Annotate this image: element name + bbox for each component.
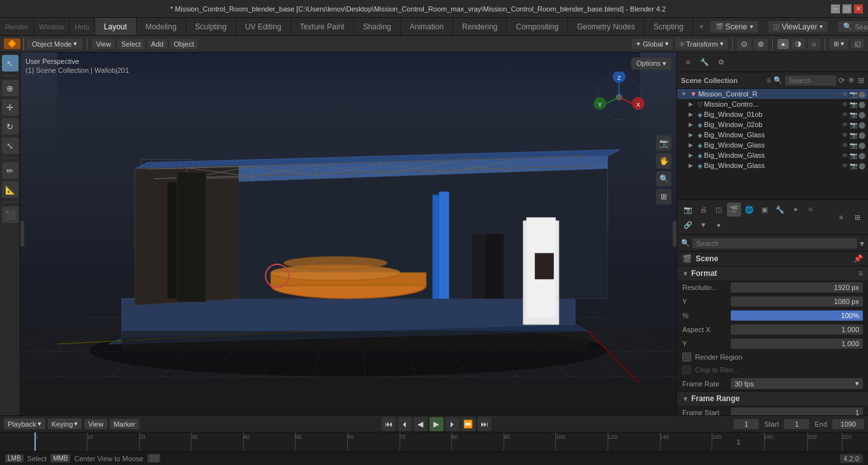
right-n-panel-toggle[interactable] [673, 221, 677, 247]
timeline-view-btn[interactable]: View [84, 419, 107, 429]
pp-tab-render[interactable]: 📷 [681, 202, 695, 217]
pp-crop-checkbox[interactable] [682, 365, 691, 374]
pp-icon-btn-1[interactable]: ≡ [834, 210, 848, 224]
outliner-render-scene[interactable]: ⬤ [858, 91, 865, 98]
tab-animation[interactable]: Animation [401, 18, 453, 35]
outliner-cam-2[interactable]: 📷 [849, 111, 857, 118]
playback-menu-btn[interactable]: Playback ▾ [4, 418, 45, 429]
add-cube-btn[interactable]: ⬛ [2, 206, 19, 223]
proportional-btn[interactable]: ⊚ [754, 38, 768, 50]
pp-tab-scene[interactable]: 🎬 [727, 202, 741, 217]
move-tool-btn[interactable]: ✛ [2, 99, 19, 116]
play-btn[interactable]: ▶ [430, 417, 444, 431]
hand-tool-btn[interactable]: 🖐 [656, 153, 671, 169]
viewlayer-selector[interactable]: ◫ ViewLayer ▾ [768, 21, 828, 33]
viewport-shading-render[interactable]: ○ [808, 39, 820, 49]
outliner-eye-scene[interactable]: 👁 [842, 91, 848, 98]
pp-pin-btn[interactable]: 📌 [853, 254, 863, 263]
tab-window-menu[interactable]: Window [34, 18, 70, 35]
outliner-cam-5[interactable]: 📷 [849, 142, 857, 149]
outliner-cam-6[interactable]: 📷 [849, 152, 857, 159]
pp-framerate-dropdown[interactable]: 30 fps ▾ [731, 378, 863, 389]
outliner-eye-6[interactable]: 👁 [842, 152, 848, 159]
outliner-render-1[interactable]: ⬤ [858, 101, 865, 108]
global-search[interactable]: 🔍 Search [838, 21, 868, 32]
view-menu-btn[interactable]: View [92, 39, 115, 49]
annotate-tool-btn[interactable]: ✏ [2, 162, 19, 179]
transform-selector[interactable]: ⊹ Transform ▾ [675, 38, 728, 49]
step-fwd-btn[interactable]: ⏵ [445, 417, 460, 431]
pp-tab-data[interactable]: ▼ [696, 218, 710, 232]
measure-tool-btn[interactable]: 📐 [2, 181, 19, 198]
tab-modeling[interactable]: Modeling [137, 18, 186, 35]
outliner-cam-3[interactable]: 📷 [849, 121, 857, 128]
outliner-eye-4[interactable]: 👁 [842, 132, 848, 139]
pp-search-input[interactable] [692, 238, 857, 248]
outliner-eye-5[interactable]: 👁 [842, 142, 848, 149]
pp-frame-start-value[interactable]: 1 [731, 408, 863, 415]
jump-start-btn[interactable]: ⏮ [382, 417, 396, 431]
outliner-render-4[interactable]: ⬤ [858, 132, 865, 139]
pp-section-frame-range-header[interactable]: ▼ Frame Range [677, 392, 868, 406]
fast-fwd-btn[interactable]: ⏩ [461, 417, 475, 431]
pp-tab-particles[interactable]: ✦ [788, 202, 802, 217]
scale-tool-btn[interactable]: ⤡ [2, 137, 19, 154]
pp-tab-object[interactable]: ▣ [758, 202, 772, 217]
add-menu-btn[interactable]: Add [147, 39, 168, 49]
maximize-button[interactable]: □ [842, 4, 851, 13]
outliner-sync-icon[interactable]: ⟳ [839, 76, 845, 85]
rp-icon-settings[interactable]: ⚙ [714, 55, 728, 69]
outliner-item-6[interactable]: ▶ ◈ Big_Window_Glass 👁 📷 ⬤ [677, 150, 868, 160]
pp-aspect-y-value[interactable]: 1.000 [731, 339, 863, 349]
outliner-item-2[interactable]: ▶ ◈ Big_Window_01ob 👁 📷 ⬤ [677, 109, 868, 119]
keying-menu-btn[interactable]: Keying ▾ [48, 418, 82, 429]
tab-compositing[interactable]: Compositing [507, 18, 568, 35]
cursor-tool-btn[interactable]: ⊕ [2, 80, 19, 96]
outliner-search-input[interactable] [785, 75, 836, 86]
minimize-button[interactable]: ─ [831, 4, 840, 13]
marker-btn[interactable]: Marker [110, 419, 139, 429]
blender-icon-btn[interactable]: 🔶 [4, 38, 20, 49]
outliner-cam-1[interactable]: 📷 [849, 101, 857, 108]
jump-end-btn[interactable]: ⏭ [477, 417, 491, 431]
outliner-render-6[interactable]: ⬤ [858, 152, 865, 159]
start-frame-input[interactable] [784, 419, 809, 429]
outliner-cam-7[interactable]: 📷 [849, 162, 857, 169]
pp-icon-btn-2[interactable]: ⊞ [850, 210, 864, 224]
outliner-cam-scene[interactable]: 📷 [849, 91, 857, 98]
outliner-item-3[interactable]: ▶ ◈ Big_Window_02ob 👁 📷 ⬤ [677, 119, 868, 130]
object-menu-btn[interactable]: Object [170, 39, 198, 49]
object-mode-selector[interactable]: Object Mode ▾ [27, 38, 82, 49]
outliner-eye-3[interactable]: 👁 [842, 121, 848, 128]
tab-uv-editing[interactable]: UV Editing [236, 18, 291, 35]
add-workspace-button[interactable]: + [693, 18, 710, 35]
end-frame-input[interactable] [832, 419, 864, 429]
outliner-cam-4[interactable]: 📷 [849, 132, 857, 139]
navigation-gizmo[interactable]: Z X Y [594, 72, 645, 123]
snap-btn[interactable]: ⊙ [737, 38, 751, 50]
outliner-item-1[interactable]: ▶ ▽ Mission_Contro... 👁 📷 ⬤ [677, 99, 868, 109]
outliner-item-5[interactable]: ▶ ◈ Big_Window_Glass 👁 📷 ⬤ [677, 140, 868, 150]
pp-tab-physics[interactable]: ⚛ [804, 202, 818, 217]
pp-resolution-pct-value[interactable]: 100% [731, 310, 863, 321]
outliner-eye-7[interactable]: 👁 [842, 162, 848, 169]
pp-tab-world[interactable]: 🌐 [742, 202, 756, 217]
outliner-item-4[interactable]: ▶ ◈ Big_Window_Glass 👁 📷 ⬤ [677, 130, 868, 140]
step-back-btn[interactable]: ⏴ [398, 417, 412, 431]
current-frame-input[interactable] [733, 419, 759, 429]
pp-tab-constraints[interactable]: 🔗 [681, 218, 695, 232]
viewport-grid-btn[interactable]: ⊞ [656, 189, 671, 204]
tab-layout[interactable]: Layout [95, 18, 137, 35]
outliner-filter2-icon[interactable]: ⊞ [858, 76, 864, 85]
tab-rendering[interactable]: Rendering [453, 18, 507, 35]
tab-shading[interactable]: Shading [354, 18, 401, 35]
tab-sculpting[interactable]: Sculpting [186, 18, 236, 35]
pp-format-menu[interactable]: ≡ [858, 269, 863, 278]
outliner-eye-icon[interactable]: 👁 [848, 76, 855, 85]
pivot-selector[interactable]: ✦ Global ▾ [632, 38, 673, 49]
outliner-render-2[interactable]: ⬤ [858, 111, 865, 118]
pp-section-format-header[interactable]: ▼ Format ≡ [677, 266, 868, 280]
rp-icon-properties[interactable]: 🔧 [698, 55, 712, 69]
tab-help-menu[interactable]: Help [70, 18, 95, 35]
outliner-eye-1[interactable]: 👁 [842, 101, 848, 108]
